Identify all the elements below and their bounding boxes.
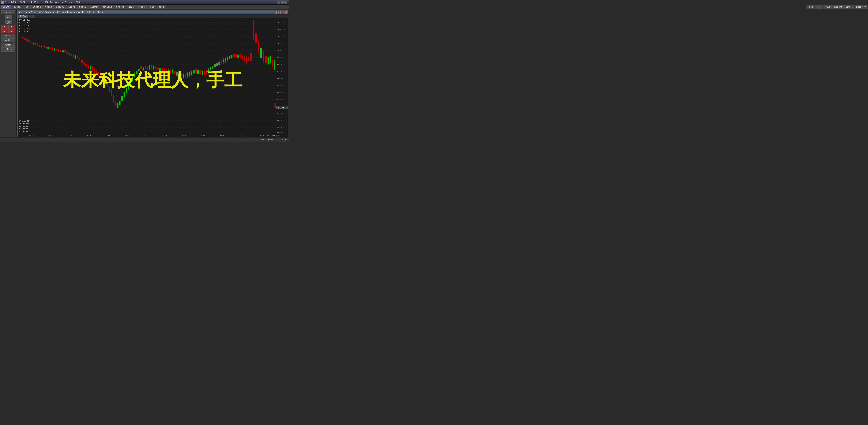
close-button[interactable]: ✕	[284, 1, 287, 4]
svg-rect-40	[31, 42, 32, 43]
menu-mscan[interactable]: MScan	[43, 5, 54, 9]
studies-button[interactable]: Studies	[1, 38, 15, 42]
svg-rect-126	[122, 96, 123, 101]
svg-rect-122	[117, 103, 118, 108]
menu-more[interactable]: More	[157, 5, 166, 9]
svg-rect-38	[28, 40, 30, 42]
svg-rect-270	[275, 103, 276, 108]
svg-rect-158	[155, 67, 156, 69]
svg-rect-268	[274, 61, 275, 68]
title-text: 11:45:55 P002 174856 - CQG Integrated Cl…	[5, 1, 277, 3]
sidebar-red-btn-1[interactable]: ■	[1, 25, 8, 29]
chart-svg-wrapper[interactable]: 104.000 103.000 102.000 101.000 100.000 …	[18, 18, 288, 137]
menu-trade[interactable]: Trade	[136, 5, 147, 9]
current-price-text: 92.295	[277, 106, 284, 108]
svg-rect-150	[147, 67, 148, 69]
menu-supsrv[interactable]: SupSrv	[54, 5, 66, 9]
svg-rect-46	[37, 44, 38, 46]
svg-rect-128	[124, 92, 125, 97]
chart-close-button[interactable]: ✕	[284, 11, 286, 14]
svg-rect-266	[272, 60, 273, 67]
time-jul-4: |Jul	[275, 134, 279, 137]
price-label-100: 100.000	[277, 49, 285, 52]
svg-rect-246	[248, 57, 249, 61]
time-jan-2: |Jan	[201, 134, 205, 137]
time-2019: 2019	[181, 134, 186, 137]
svg-rect-72	[64, 50, 66, 52]
time-apr-1: |Apr	[29, 134, 34, 137]
status-time: 11:45:56	[277, 138, 287, 141]
chart-tab-dxew[interactable]: DXE.W	[18, 15, 28, 18]
menu-rfqs[interactable]: RFQs	[147, 5, 156, 9]
sidebar-red-btn-4[interactable]: ■	[8, 29, 15, 33]
svg-rect-118	[113, 96, 114, 102]
bar-info: 17 Aug 20 O= 93.060 H= 93.115 L= 92.110 …	[19, 120, 29, 133]
svg-rect-250	[253, 22, 254, 37]
price-label-89: 89.000	[277, 126, 284, 129]
price-label-91: 91.000	[277, 112, 284, 115]
title-id: 174856	[30, 1, 38, 3]
price-label-104: 104.000	[277, 22, 285, 24]
minimize-button[interactable]: ─	[277, 1, 280, 4]
price-label-98: 98.000	[277, 63, 284, 66]
menu-alert[interactable]: Alert	[66, 5, 77, 9]
svg-rect-230	[231, 55, 232, 58]
svg-rect-44	[35, 43, 36, 45]
svg-rect-76	[69, 53, 70, 56]
print-icon[interactable]: 🖨	[5, 15, 11, 20]
sidebar-red-btn-3[interactable]: ■	[1, 29, 8, 33]
menu-quote[interactable]: Quote	[12, 5, 22, 9]
status-num: NUM	[260, 138, 264, 141]
menu-ts[interactable]: T&S	[23, 5, 31, 9]
svg-rect-264	[270, 56, 271, 63]
svg-rect-240	[242, 55, 243, 59]
chart-titlebar: ▣ DXE - Dollar Index (ICE), Weekly Conti…	[18, 10, 288, 14]
setup-button[interactable]: Setup	[1, 10, 15, 14]
svg-rect-228	[229, 56, 230, 59]
rescl-button[interactable]: ReSci	[1, 34, 15, 38]
svg-rect-148	[145, 66, 146, 68]
svg-rect-220	[221, 60, 222, 63]
sidebar: Setup 🖨 🔗 ■ ■ ■ ■ ReSci Studies <IntD> <…	[0, 9, 17, 137]
sidebar-red-btn-2[interactable]: ■	[8, 25, 15, 29]
link-icon[interactable]: 🔗	[5, 20, 11, 24]
menu-status[interactable]: Status	[31, 5, 43, 9]
bar-open: O= 93.060	[19, 123, 29, 125]
menu-news[interactable]: News	[127, 5, 136, 9]
intd-button[interactable]: <IntD>	[1, 43, 15, 47]
chart-tab-add[interactable]: +	[29, 15, 34, 18]
menu-bar: Chart Quote T&S Status MScan SupSrv Aler…	[0, 4, 289, 9]
chart-minimize-button[interactable]: ─	[277, 11, 280, 14]
svg-rect-52	[43, 45, 44, 47]
chart-maximize-button[interactable]: □	[280, 11, 283, 14]
app-icon: ▣	[1, 1, 4, 4]
svg-rect-214	[214, 64, 216, 67]
svg-rect-88	[81, 60, 83, 63]
maximize-button[interactable]: □	[281, 1, 284, 4]
status-bar: NUM P002 11:45:56	[0, 137, 289, 141]
svg-rect-56	[48, 47, 49, 49]
svg-rect-92	[86, 64, 87, 67]
svg-rect-252	[255, 33, 257, 43]
bar-date: 17 Aug 20	[19, 120, 29, 123]
list-button[interactable]: <list>	[1, 47, 15, 52]
chart-pin-icon[interactable]: 📌	[274, 11, 277, 14]
main-layout: Setup 🖨 🔗 ■ ■ ■ ■ ReSci Studies <IntD> <…	[0, 9, 289, 137]
svg-rect-84	[77, 56, 79, 58]
menu-allcon[interactable]: AllCon	[88, 5, 100, 9]
window-controls: ─ □ ✕	[277, 1, 287, 4]
svg-rect-94	[88, 66, 89, 68]
price-label-101: 101.000	[277, 42, 285, 44]
menu-snapq[interactable]: SnapQ	[78, 5, 88, 9]
menu-options[interactable]: Options	[101, 5, 114, 9]
svg-rect-124	[119, 101, 121, 105]
menu-chart[interactable]: Chart	[1, 5, 11, 9]
time-jul-1: |Jul	[49, 134, 54, 137]
svg-rect-86	[79, 58, 81, 60]
menu-ordtkt[interactable]: OrdTkt	[114, 5, 126, 9]
svg-rect-226	[227, 57, 228, 60]
svg-rect-248	[250, 53, 252, 61]
sidebar-icon-row-1: ■ ■	[1, 25, 15, 29]
svg-rect-144	[141, 66, 142, 69]
title-app: CQG Integrated Client 2020	[44, 1, 80, 3]
